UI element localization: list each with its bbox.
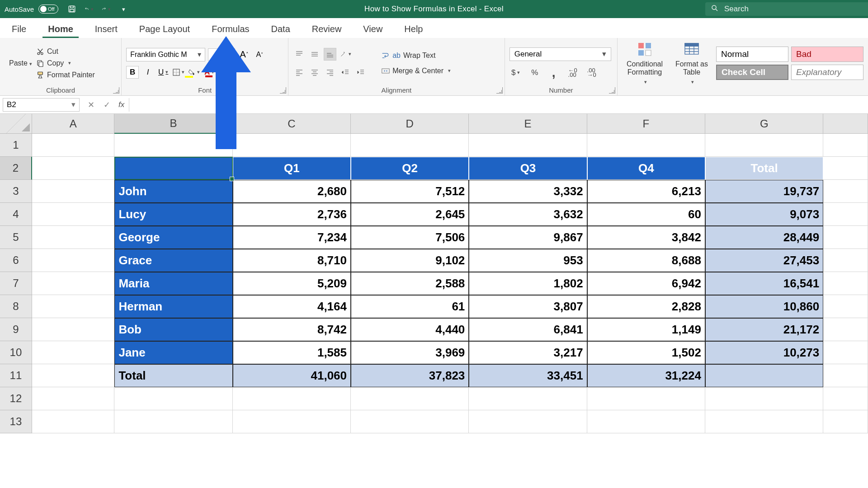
cancel-formula-icon[interactable]: ✕ (88, 100, 94, 110)
cell[interactable] (469, 134, 587, 157)
cell[interactable]: 28,449 (705, 226, 823, 249)
clipboard-dialog-launcher[interactable] (113, 87, 119, 94)
cell[interactable] (32, 364, 114, 387)
format-painter-button[interactable]: Format Painter (34, 70, 97, 80)
cell[interactable]: 37,823 (351, 364, 469, 387)
cell[interactable]: John (114, 180, 232, 203)
style-normal[interactable]: Normal (716, 47, 788, 62)
undo-icon[interactable] (85, 5, 94, 14)
cell[interactable] (114, 134, 232, 157)
wrap-text-button[interactable]: ab Wrap Text (380, 51, 453, 61)
cell[interactable] (705, 410, 823, 433)
cell[interactable]: 3,969 (351, 341, 469, 364)
row-header[interactable]: 4 (0, 203, 32, 226)
tab-insert[interactable]: Insert (90, 20, 123, 38)
cell[interactable] (114, 410, 232, 433)
autosave-toggle[interactable]: Off (38, 5, 58, 14)
col-header-B[interactable]: B (114, 114, 232, 134)
paste-button[interactable]: Paste (5, 41, 31, 85)
cell[interactable]: 953 (469, 249, 587, 272)
row-header[interactable]: 13 (0, 410, 32, 433)
cell[interactable] (351, 134, 469, 157)
number-dialog-launcher[interactable] (609, 87, 615, 94)
col-header-D[interactable]: D (351, 114, 469, 134)
col-header-G[interactable]: G (705, 114, 823, 134)
cell[interactable]: 8,742 (233, 318, 351, 341)
increase-font-icon[interactable]: A˄ (238, 48, 250, 61)
cell[interactable]: 2,680 (233, 180, 351, 203)
cell[interactable]: 3,217 (469, 341, 587, 364)
row-header[interactable]: 12 (0, 387, 32, 410)
cell[interactable]: 19,737 (705, 180, 823, 203)
cell[interactable] (823, 226, 868, 249)
cell[interactable] (32, 341, 114, 364)
save-icon[interactable] (67, 5, 76, 14)
cell[interactable]: 1,502 (587, 341, 705, 364)
cell[interactable] (823, 134, 868, 157)
decrease-decimal-icon[interactable]: .00→0 (585, 66, 598, 79)
cell[interactable] (823, 295, 868, 318)
spreadsheet-grid[interactable]: A B C D E F G 12Q1Q2Q3Q4Total3John2,6807… (0, 114, 868, 433)
cell[interactable]: 60 (587, 203, 705, 226)
cell[interactable] (351, 387, 469, 410)
merge-center-button[interactable]: Merge & Center (380, 66, 453, 76)
cell[interactable] (32, 387, 115, 410)
cell[interactable]: 7,234 (233, 226, 351, 249)
cell[interactable]: 61 (351, 295, 469, 318)
cell[interactable]: 9,102 (351, 249, 469, 272)
name-box[interactable]: B2 (3, 98, 80, 112)
tab-review[interactable]: Review (307, 20, 347, 38)
cell[interactable]: 10,860 (705, 295, 823, 318)
cell[interactable]: 6,942 (587, 272, 705, 295)
tab-view[interactable]: View (358, 20, 388, 38)
cell[interactable] (351, 410, 469, 433)
cell[interactable] (32, 410, 115, 433)
comma-format-icon[interactable]: , (547, 66, 560, 79)
col-header-H[interactable] (823, 114, 868, 134)
cell[interactable]: 2,588 (351, 272, 469, 295)
cell[interactable]: 9,073 (705, 203, 823, 226)
cell[interactable]: Lucy (114, 203, 232, 226)
cell[interactable]: Total (705, 157, 823, 180)
row-header[interactable]: 3 (0, 180, 32, 203)
align-middle-icon[interactable] (308, 48, 321, 61)
cell[interactable] (705, 364, 823, 387)
cell[interactable] (823, 364, 868, 387)
cell[interactable]: Q3 (469, 157, 587, 180)
orientation-icon[interactable] (339, 48, 352, 61)
cell[interactable]: 8,688 (587, 249, 705, 272)
tab-formulas[interactable]: Formulas (206, 20, 255, 38)
cell[interactable]: 16,541 (705, 272, 823, 295)
cell[interactable]: 3,632 (469, 203, 587, 226)
style-explanatory[interactable]: Explanatory (791, 65, 863, 80)
formula-input[interactable] (129, 98, 868, 112)
tab-page-layout[interactable]: Page Layout (134, 20, 195, 38)
cell[interactable]: 4,164 (233, 295, 351, 318)
cell[interactable]: 41,060 (233, 364, 351, 387)
align-top-icon[interactable] (293, 48, 306, 61)
row-header[interactable]: 5 (0, 226, 32, 249)
number-format-picker[interactable]: General (509, 47, 611, 61)
autosave-control[interactable]: AutoSave Off (0, 5, 63, 14)
cell[interactable] (823, 249, 868, 272)
cell-B2[interactable] (114, 157, 232, 180)
cell[interactable] (705, 387, 823, 410)
accounting-format-icon[interactable]: $ (509, 66, 522, 79)
cell[interactable]: 1,149 (587, 318, 705, 341)
cell[interactable] (587, 410, 705, 433)
row-header[interactable]: 11 (0, 364, 32, 387)
font-size-picker[interactable]: ▾ (208, 48, 235, 61)
border-button[interactable] (172, 66, 185, 79)
cell[interactable]: 5,209 (233, 272, 351, 295)
col-header-F[interactable]: F (587, 114, 705, 134)
cell[interactable] (823, 341, 868, 364)
cell[interactable]: 3,807 (469, 295, 587, 318)
select-all-corner[interactable] (0, 114, 32, 134)
cell[interactable] (32, 134, 115, 157)
font-name-picker[interactable]: Franklin Gothic M (126, 48, 205, 61)
cell[interactable] (823, 387, 868, 410)
cell[interactable] (32, 318, 114, 341)
cell[interactable] (233, 134, 351, 157)
col-header-C[interactable]: C (233, 114, 351, 134)
cell[interactable]: Total (114, 364, 232, 387)
